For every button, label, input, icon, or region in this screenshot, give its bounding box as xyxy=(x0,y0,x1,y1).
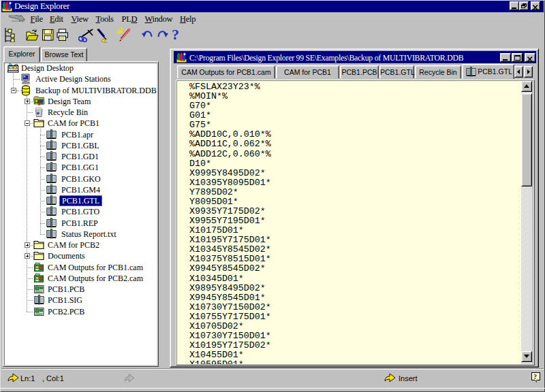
svg-text:?: ? xyxy=(533,373,537,380)
